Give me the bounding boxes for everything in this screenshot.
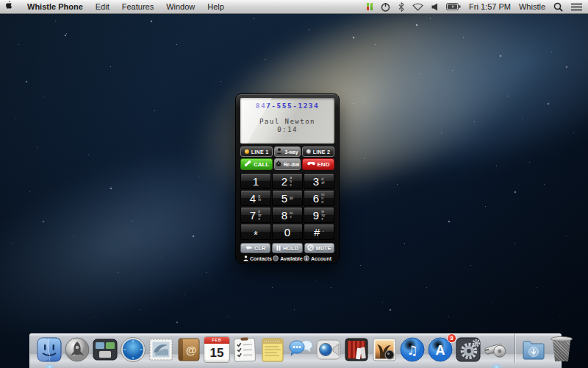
notification-center-icon[interactable] xyxy=(571,3,582,11)
end-button[interactable]: END xyxy=(302,158,334,170)
phone-display: 847-555-1234 Paul Newton 0:14 xyxy=(240,98,334,144)
handset-icon xyxy=(244,160,251,169)
key-5[interactable]: 5jkl xyxy=(272,190,303,206)
menu-clock[interactable]: Fri 1:57 PM xyxy=(469,2,511,11)
phone-footer: Contacts Available Account xyxy=(239,255,336,262)
menu-window[interactable]: Window xyxy=(166,2,195,11)
three-way-button[interactable]: 3-way xyxy=(274,146,301,157)
key-6[interactable]: 6mno xyxy=(304,190,334,206)
calendar-icon[interactable]: FEB 15 xyxy=(204,336,230,363)
bluetooth-icon[interactable] xyxy=(398,2,404,12)
clear-button[interactable]: CLR xyxy=(240,243,270,253)
finder-icon[interactable] xyxy=(36,336,62,363)
menu-help[interactable]: Help xyxy=(207,2,224,11)
line1-button[interactable]: LINE 1 xyxy=(240,146,273,157)
account-button[interactable]: Account xyxy=(304,255,331,262)
contacts-button[interactable]: Contacts xyxy=(243,255,272,262)
dock: @ FEB 15 xyxy=(29,333,562,368)
spotlight-icon[interactable] xyxy=(553,2,563,12)
mission-control-icon[interactable] xyxy=(92,336,118,363)
key-1[interactable]: 1 xyxy=(240,173,271,189)
three-way-label: 3-way xyxy=(284,149,298,155)
volume-icon[interactable] xyxy=(431,3,438,11)
trash-icon[interactable] xyxy=(548,336,575,363)
redial-icon xyxy=(276,160,282,168)
call-button[interactable]: CALL xyxy=(240,158,273,170)
hold-label: HOLD xyxy=(283,246,298,251)
photo-booth-icon[interactable] xyxy=(343,336,370,363)
menu-edit[interactable]: Edit xyxy=(96,2,110,11)
menu-app-name[interactable]: Whistle Phone xyxy=(27,2,83,11)
app-store-icon[interactable]: A 3 xyxy=(427,336,453,363)
key-8[interactable]: 8tuv xyxy=(272,207,303,223)
system-preferences-icon[interactable] xyxy=(455,336,481,363)
reminders-icon[interactable] xyxy=(232,336,258,363)
back-arrow-icon xyxy=(245,245,252,251)
key-2[interactable]: 2abc xyxy=(272,173,303,189)
contacts-label: Contacts xyxy=(250,256,272,261)
whistle-app-icon[interactable] xyxy=(483,336,509,363)
safari-icon[interactable] xyxy=(120,336,146,363)
available-label: Available xyxy=(280,256,302,261)
hold-button[interactable]: HOLD xyxy=(272,243,302,253)
contacts-icon xyxy=(243,255,248,262)
notes-icon[interactable] xyxy=(259,336,286,363)
line1-status-icon xyxy=(245,149,249,154)
line2-button[interactable]: LINE 2 xyxy=(302,146,334,157)
hangup-icon xyxy=(307,160,315,169)
call-label: CALL xyxy=(254,161,269,168)
mute-label: MUTE xyxy=(316,246,331,251)
calendar-day: 15 xyxy=(204,344,229,362)
key-pound[interactable]: #· xyxy=(304,224,334,240)
power-status-icon[interactable] xyxy=(381,2,390,12)
whistle-menu-extra[interactable]: Whistle xyxy=(519,2,545,11)
mute-icon xyxy=(307,244,314,252)
apple-menu-icon[interactable] xyxy=(6,1,15,13)
clear-label: CLR xyxy=(254,246,265,251)
pause-icon xyxy=(276,245,281,252)
whistle-phone-window: 847-555-1234 Paul Newton 0:14 LINE 1 3-w… xyxy=(235,93,340,263)
downloads-folder-icon[interactable] xyxy=(520,336,547,363)
person-icon xyxy=(276,148,282,155)
line1-label: LINE 1 xyxy=(251,149,269,155)
dialed-number: 847-555-1234 xyxy=(240,98,334,110)
key-9[interactable]: 9wxyz xyxy=(304,207,334,223)
call-duration: 0:14 xyxy=(240,126,334,133)
redial-label: Re-dial xyxy=(284,162,300,167)
redial-button[interactable]: Re-dial xyxy=(274,158,301,170)
app-store-a-glyph: A xyxy=(436,343,445,358)
contacts-at-glyph: @ xyxy=(186,344,197,356)
facetime-icon[interactable] xyxy=(315,336,342,363)
mail-icon[interactable] xyxy=(148,336,174,363)
itunes-icon[interactable]: ♫ xyxy=(399,336,426,363)
line2-label: LINE 2 xyxy=(313,149,331,155)
calendar-month: FEB xyxy=(204,337,229,344)
presence-dot-icon xyxy=(273,255,279,262)
messages-icon[interactable] xyxy=(287,336,314,363)
key-3[interactable]: 3def xyxy=(304,173,334,189)
key-4[interactable]: 4ghi xyxy=(240,190,271,206)
menu-features[interactable]: Features xyxy=(122,2,154,11)
info-icon xyxy=(304,255,309,262)
menu-bar: Whistle Phone Edit Features Window Help … xyxy=(0,0,588,14)
wifi-icon[interactable] xyxy=(412,2,423,11)
itunes-note-glyph: ♫ xyxy=(406,343,417,358)
end-label: END xyxy=(318,161,330,168)
launchpad-icon[interactable] xyxy=(64,336,90,363)
battery-icon[interactable] xyxy=(446,3,461,10)
line2-status-icon xyxy=(306,149,311,154)
audio-levels-icon[interactable] xyxy=(367,3,373,10)
mute-button[interactable]: MUTE xyxy=(304,243,334,253)
contacts-icon[interactable]: @ xyxy=(176,336,202,363)
key-0[interactable]: 0 xyxy=(272,224,303,240)
available-button[interactable]: Available xyxy=(273,255,302,262)
caller-name: Paul Newton xyxy=(240,118,334,125)
iphoto-icon[interactable] xyxy=(371,336,398,363)
key-7[interactable]: 7pqrs xyxy=(240,207,271,223)
key-star[interactable]: * xyxy=(240,224,271,240)
keypad: 1 2abc 3def 4ghi 5jkl 6mno 7pqrs 8tuv 9w… xyxy=(240,173,334,240)
dock-separator xyxy=(514,333,515,363)
account-label: Account xyxy=(311,256,331,261)
